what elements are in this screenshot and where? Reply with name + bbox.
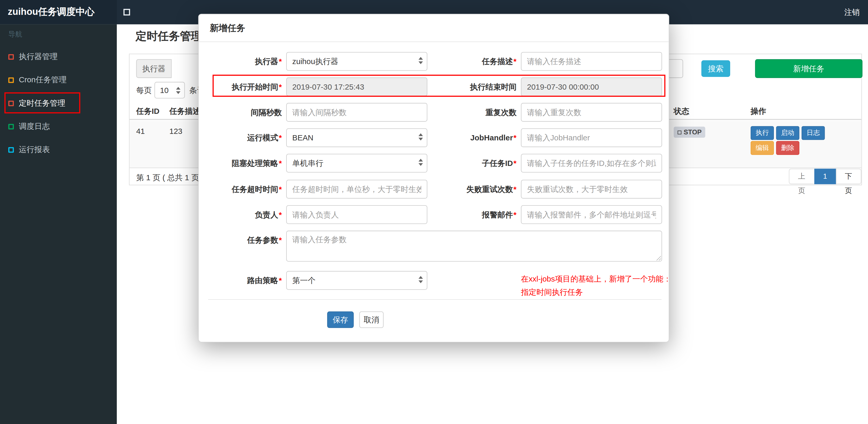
timeout-input[interactable]: [286, 180, 428, 198]
status-badge: STOP: [674, 127, 706, 137]
form-row: 运行模式* BEAN JobHandler*: [198, 128, 669, 147]
cancel-button[interactable]: 取消: [359, 312, 383, 328]
modal-title: 新增任务: [210, 23, 245, 34]
end-time-input[interactable]: [521, 77, 662, 96]
job-param-textarea[interactable]: [286, 231, 662, 262]
cell-job-desc: 123: [169, 127, 183, 135]
interval-seconds-label: 间隔秒数: [198, 103, 282, 122]
search-button[interactable]: 搜索: [702, 60, 730, 77]
pagination: 上页 1 下页: [789, 169, 861, 184]
executor-select[interactable]: zuihou执行器: [286, 52, 428, 71]
block-strategy-select[interactable]: 单机串行: [286, 154, 428, 172]
job-param-label: 任务参数*: [198, 231, 282, 250]
header-job-desc: 任务描述: [169, 104, 200, 119]
sidebar-item-cron-task-mgmt[interactable]: Cron任务管理: [0, 70, 117, 90]
sidebar-item-run-report[interactable]: 运行报表: [0, 139, 117, 159]
start-button[interactable]: 启动: [776, 126, 799, 140]
end-time-label: 执行结束时间: [433, 77, 517, 96]
run-button[interactable]: 执行: [751, 126, 774, 140]
run-mode-label: 运行模式*: [198, 128, 282, 147]
add-task-modal: 新增任务 执行器* zuihou执行器 任务描述* 执行开始时间* 执行结束时间…: [198, 14, 669, 342]
executor-label: 执行器*: [198, 52, 282, 71]
per-page-prefix: 每页: [136, 82, 151, 98]
repeat-count-input[interactable]: [521, 103, 662, 122]
cell-job-id: 41: [136, 127, 145, 135]
jobhandler-label: JobHandler*: [433, 128, 517, 147]
add-task-button[interactable]: 新增任务: [755, 59, 863, 78]
modal-header: 新增任务: [198, 14, 669, 42]
next-page-button[interactable]: 下页: [836, 169, 862, 184]
header-job-id: 任务ID: [136, 104, 159, 119]
alarm-email-label: 报警邮件*: [433, 205, 517, 224]
start-time-input[interactable]: [286, 77, 428, 96]
log-button[interactable]: 日志: [802, 126, 825, 140]
select-caret-icon: [176, 87, 180, 94]
form-row: 负责人* 报警邮件*: [198, 205, 669, 224]
prev-page-button[interactable]: 上页: [789, 169, 814, 184]
cell-actions-row2: 编辑删除: [751, 141, 802, 155]
select-caret-icon: [418, 133, 423, 141]
save-button[interactable]: 保存: [327, 312, 354, 328]
cell-status: STOP: [674, 127, 706, 137]
form-row: 任务超时时间* 失败重试次数*: [198, 180, 669, 198]
form-row: 阻塞处理策略* 单机串行 子任务ID*: [198, 154, 669, 172]
sidebar-item-scheduled-task-mgmt[interactable]: 定时任务管理: [0, 93, 117, 113]
child-job-id-input[interactable]: [521, 154, 662, 172]
form-row: 执行开始时间* 执行结束时间: [198, 77, 669, 96]
square-outline-icon: [8, 54, 14, 60]
jobhandler-input[interactable]: [521, 128, 662, 147]
page-title: 定时任务管理: [135, 29, 202, 43]
select-caret-icon: [418, 159, 423, 166]
sidebar-section-label: 导航: [8, 30, 22, 39]
header-actions: 操作: [751, 104, 766, 119]
square-outline-icon: [8, 101, 14, 106]
form-row: 任务参数*: [198, 231, 669, 262]
interval-seconds-input[interactable]: [286, 103, 428, 122]
modal-divider: [208, 299, 661, 300]
per-page-select[interactable]: 10: [155, 82, 185, 98]
sidebar-item-executor-mgmt[interactable]: 执行器管理: [0, 46, 117, 66]
square-outline-icon: [8, 147, 14, 153]
run-mode-select[interactable]: BEAN: [286, 128, 428, 147]
form-row: 执行器* zuihou执行器 任务描述*: [198, 52, 669, 71]
block-strategy-label: 阻塞处理策略*: [198, 154, 282, 172]
timeout-label: 任务超时时间*: [198, 180, 282, 198]
page-1-button[interactable]: 1: [814, 169, 836, 184]
job-desc-label: 任务描述*: [433, 52, 517, 71]
stop-square-icon: [678, 130, 681, 134]
pagination-summary: 第 1 页 ( 总共 1 页, 1: [136, 170, 208, 185]
job-desc-input[interactable]: [521, 52, 662, 71]
job-param-wrap: [286, 231, 662, 262]
feature-note: 在xxl-jobs项目的基础上，新增了一个功能： 指定时间执行任务: [521, 272, 671, 299]
owner-label: 负责人*: [198, 205, 282, 224]
logout-link[interactable]: 注销: [836, 0, 868, 24]
form-row: 间隔秒数 重复次数: [198, 103, 669, 122]
select-caret-icon: [418, 276, 423, 283]
owner-input[interactable]: [286, 205, 428, 224]
fail-retry-input[interactable]: [521, 180, 662, 198]
square-outline-icon: [8, 77, 14, 83]
delete-button[interactable]: 删除: [776, 141, 799, 155]
child-job-id-label: 子任务ID*: [433, 154, 517, 172]
fail-retry-label: 失败重试次数*: [433, 180, 517, 198]
repeat-count-label: 重复次数: [433, 103, 517, 122]
route-strategy-select[interactable]: 第一个: [286, 271, 428, 290]
app-brand[interactable]: zuihou任务调度中心: [0, 0, 117, 24]
executor-filter-addon: 执行器: [136, 59, 172, 78]
square-outline-icon: [8, 124, 14, 129]
sidebar-item-dispatch-log[interactable]: 调度日志: [0, 116, 117, 136]
sidebar-toggle-icon[interactable]: [124, 9, 130, 15]
cell-actions: 执行启动日志: [751, 126, 827, 140]
select-caret-icon: [418, 57, 423, 64]
edit-button[interactable]: 编辑: [751, 141, 774, 155]
sidebar: 导航 执行器管理 Cron任务管理 定时任务管理 调度日志 运行报表: [0, 24, 117, 424]
route-strategy-label: 路由策略*: [198, 271, 282, 290]
start-time-label: 执行开始时间*: [198, 77, 282, 96]
header-status: 状态: [674, 104, 689, 119]
screen: zuihou任务调度中心 注销 导航 执行器管理 Cron任务管理 定时任务管理…: [0, 0, 868, 424]
alarm-email-input[interactable]: [521, 205, 662, 224]
